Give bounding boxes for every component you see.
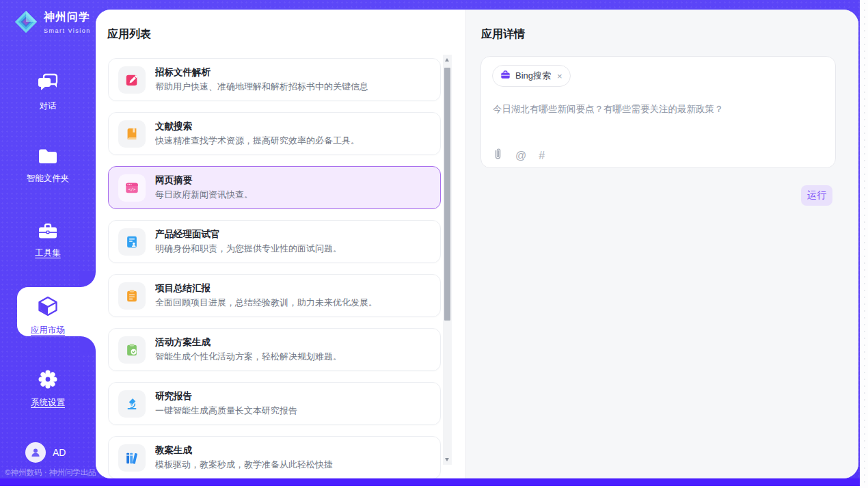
brand-name: 神州问学	[44, 11, 90, 23]
sidebar-item-label: 工具集	[0, 247, 96, 259]
app-card-title: 文献搜索	[155, 120, 360, 132]
app-card-desc: 全面回顾项目进展，总结经验教训，助力未来优化发展。	[155, 297, 377, 309]
hashtag-icon[interactable]: #	[539, 150, 545, 161]
clipboard-icon	[118, 282, 146, 310]
sidebar-item-app-market[interactable]: 应用市场	[0, 295, 96, 336]
app-card-web-summary[interactable]: </> 网页摘要 每日政府新闻资讯快查。	[108, 166, 441, 209]
app-card-title: 产品经理面试官	[155, 228, 342, 240]
folder-icon	[0, 148, 96, 168]
mention-at-icon[interactable]: @	[515, 150, 526, 161]
sidebar: 神州问学 Smart Vision 对话 智能文件夹	[0, 0, 96, 478]
prompt-input-card: Bing搜索 × 今日湖北有哪些新闻要点？有哪些需要关注的最新政策？ @ #	[480, 56, 836, 168]
chat-icon	[0, 72, 96, 96]
app-card-pm-interviewer[interactable]: 产品经理面试官 明确身份和职责，为您提供专业性的面试问题。	[108, 220, 441, 263]
user-account[interactable]: AD	[25, 442, 66, 463]
clipboard-check-icon	[118, 336, 146, 364]
app-card-literature-search[interactable]: 文献搜索 快速精准查找学术资源，提高研究效率的必备工具。	[108, 112, 441, 155]
app-card-desc: 明确身份和职责，为您提供专业性的面试问题。	[155, 243, 342, 255]
svg-text:</>: </>	[128, 187, 136, 191]
briefcase-icon	[500, 70, 511, 83]
query-input[interactable]: 今日湖北有哪些新闻要点？有哪些需要关注的最新政策？	[493, 103, 821, 116]
brand-logo: 神州问学 Smart Vision	[13, 9, 91, 38]
app-list-title: 应用列表	[107, 27, 151, 42]
copyright-footer: ©神州数码 · 神州问学出品	[0, 467, 103, 478]
sidebar-item-toolset[interactable]: 工具集	[0, 221, 96, 259]
sidebar-item-label: 系统设置	[0, 397, 96, 409]
sidebar-item-label: 智能文件夹	[0, 173, 96, 185]
user-avatar-icon	[25, 442, 46, 463]
cube-icon	[0, 295, 96, 320]
edit-doc-icon	[118, 66, 146, 94]
user-initials: AD	[53, 447, 66, 458]
app-card-title: 研究报告	[155, 390, 297, 402]
app-card-desc: 每日政府新闻资讯快查。	[155, 189, 253, 201]
app-card-title: 项目总结汇报	[155, 282, 377, 294]
sidebar-item-label: 对话	[0, 100, 96, 112]
app-card-tender-parse[interactable]: 招标文件解析 帮助用户快速、准确地理解和解析招标书中的关键信息	[108, 58, 441, 101]
attach-toolbar: @ #	[493, 148, 545, 163]
gear-icon	[0, 369, 96, 392]
diamond-logo-icon	[13, 9, 39, 38]
app-list-panel: 应用列表 招标文件解析 帮助用户快速、准确地理解和解析招标书中的关键信息	[96, 10, 465, 478]
run-button[interactable]: 运行	[801, 185, 832, 206]
app-card-title: 活动方案生成	[155, 336, 342, 348]
book-icon	[118, 120, 146, 148]
scrollbar-up-arrow-icon[interactable]	[445, 58, 449, 62]
app-card-project-summary[interactable]: 项目总结汇报 全面回顾项目进展，总结经验教训，助力未来优化发展。	[108, 274, 441, 317]
microscope-icon	[118, 390, 146, 418]
sidebar-item-label: 应用市场	[0, 325, 96, 336]
scrollbar-thumb[interactable]	[444, 68, 450, 321]
resume-person-icon	[118, 228, 146, 256]
app-card-title: 教案生成	[155, 444, 333, 456]
app-card-desc: 模板驱动，教案秒成，教学准备从此轻松快捷	[155, 459, 333, 471]
scrollbar-down-arrow-icon[interactable]	[445, 458, 449, 461]
app-card-desc: 智能生成个性化活动方案，轻松解决规划难题。	[155, 351, 342, 363]
bottom-accent-strip	[0, 478, 860, 486]
app-list-scrollbar[interactable]	[443, 55, 452, 465]
paperclip-icon[interactable]	[493, 148, 503, 163]
app-detail-title: 应用详情	[481, 27, 525, 42]
tool-tag-close-icon[interactable]: ×	[557, 72, 562, 81]
toolbox-icon	[0, 221, 96, 243]
app-card-desc: 帮助用户快速、准确地理解和解析招标书中的关键信息	[155, 81, 368, 93]
app-card-event-plan[interactable]: 活动方案生成 智能生成个性化活动方案，轻松解决规划难题。	[108, 328, 441, 371]
app-card-desc: 一键智能生成高质量长文本研究报告	[155, 405, 297, 417]
app-detail-panel: 应用详情 Bing搜索 × 今日湖北有哪些新闻要点？有哪些需要关注的最新政策？	[465, 10, 858, 478]
sidebar-item-smart-folders[interactable]: 智能文件夹	[0, 148, 96, 185]
sidebar-item-settings[interactable]: 系统设置	[0, 369, 96, 409]
tool-tag-label: Bing搜索	[515, 70, 551, 82]
books-icon	[118, 444, 146, 472]
app-card-title: 网页摘要	[155, 174, 253, 186]
tool-tag-bing-search[interactable]: Bing搜索 ×	[492, 65, 571, 87]
main-content: 应用列表 招标文件解析 帮助用户快速、准确地理解和解析招标书中的关键信息	[96, 10, 858, 478]
sidebar-item-chat[interactable]: 对话	[0, 72, 96, 112]
app-card-desc: 快速精准查找学术资源，提高研究效率的必备工具。	[155, 135, 360, 147]
web-window-icon: </>	[118, 174, 146, 202]
app-card-lesson-plan[interactable]: 教案生成 模板驱动，教案秒成，教学准备从此轻松快捷	[108, 436, 441, 478]
brand-subtitle: Smart Vision	[44, 27, 91, 34]
app-card-research-report[interactable]: 研究报告 一键智能生成高质量长文本研究报告	[108, 382, 441, 425]
app-card-title: 招标文件解析	[155, 66, 368, 78]
